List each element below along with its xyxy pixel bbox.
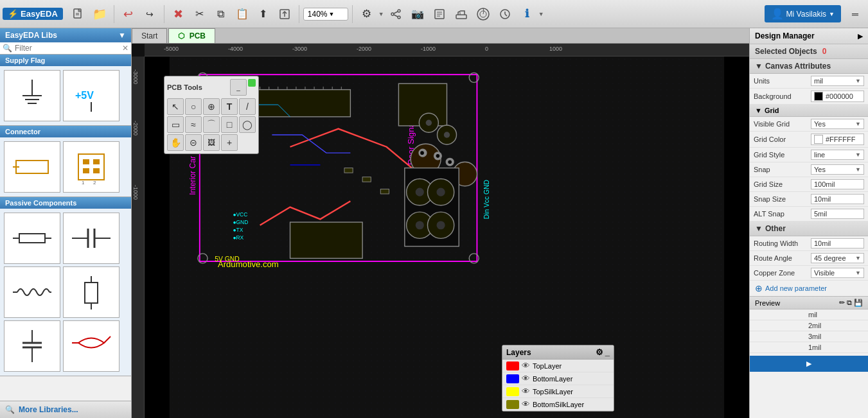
layers-settings-icon[interactable]: ⚙ (596, 347, 603, 357)
capacitor-component[interactable] (63, 213, 120, 264)
snap-size-value[interactable]: 10mil (811, 194, 864, 204)
bottom-layer-eye[interactable]: 👁 (522, 374, 530, 383)
snap-size-label: Snap Size (754, 195, 808, 203)
route-angle-value[interactable]: 45 degree ▼ (811, 253, 864, 263)
connector-section-header[interactable]: Connector (0, 126, 131, 137)
layer-bottom-silk[interactable]: 👁 BottomSilkLayer (502, 398, 614, 411)
copper-zone-value[interactable]: Visible ▼ (811, 268, 864, 278)
pcb-tools-close[interactable] (248, 79, 256, 87)
resistor-component[interactable] (4, 213, 60, 264)
ruler-mark-n4000: -4000 (228, 46, 243, 52)
preview-edit-icon[interactable]: ✏ (839, 299, 845, 307)
pcb-canvas[interactable]: Door Signal +12V Interior Car Lighting A… (145, 57, 749, 418)
top-layer-eye[interactable]: 👁 (522, 361, 530, 370)
new-file-button[interactable] (68, 4, 89, 24)
snap-value[interactable]: Yes ▼ (811, 164, 864, 175)
export-button[interactable] (274, 4, 295, 24)
window-controls[interactable]: ═ (845, 4, 865, 24)
import-button[interactable]: ⬆ (253, 4, 274, 24)
tool-arc[interactable]: ⌒ (203, 116, 220, 133)
grid-size-value[interactable]: 100mil (811, 179, 864, 189)
layer-top-silk[interactable]: 👁 TopSilkLayer (502, 385, 614, 398)
tool-rect[interactable]: □ (221, 116, 238, 133)
grid-style-value[interactable]: line ▼ (811, 150, 864, 160)
tool-line[interactable]: / (239, 98, 256, 115)
tab-pcb[interactable]: ⬡ PCB (168, 28, 215, 43)
alt-snap-value[interactable]: 5mil (811, 209, 864, 219)
other-section-header[interactable]: ▼ Other (750, 222, 868, 236)
tool-text[interactable]: T (221, 98, 238, 115)
top-silk-layer-eye[interactable]: 👁 (522, 387, 530, 396)
canvas-wrapper[interactable]: -5000 -4000 -3000 -2000 -1000 0 1000 -30… (132, 44, 749, 418)
tab-start[interactable]: Start (132, 28, 167, 43)
tool-crosshair[interactable]: ⊕ (203, 98, 220, 115)
paste-button[interactable]: 📋 (232, 4, 252, 24)
routing-width-value[interactable]: 10mil (811, 238, 864, 248)
bottom-silk-layer-eye[interactable]: 👁 (522, 399, 530, 409)
add-param-button[interactable]: ⊕ Add new parameter (750, 281, 868, 296)
inductor-component[interactable] (4, 266, 60, 318)
tool-circle[interactable]: ○ (185, 98, 202, 115)
routing-width-row: Routing Width 10mil (750, 236, 868, 251)
selected-objects-header[interactable]: Selected Objects 0 (750, 44, 868, 59)
preview-copy-icon[interactable]: ⧉ (847, 299, 852, 307)
open-file-button[interactable]: 📁 (89, 4, 110, 24)
clear-filter-icon[interactable]: ✕ (122, 44, 128, 53)
zoom-box[interactable]: 140% ▼ (303, 8, 348, 21)
more-libs-button[interactable]: 🔍 More Libraries... (0, 401, 131, 418)
tool-image[interactable]: 🖼 (203, 134, 220, 151)
apply-label: ▶ (806, 360, 811, 367)
grid-section-header[interactable]: ▼ Grid (750, 105, 868, 117)
passive-section-header[interactable]: Passive Components (0, 197, 131, 209)
redo-button[interactable]: ↪ (139, 4, 160, 24)
left-panel: EasyEDA Libs ▼ 🔍 ✕ Supply Flag +5V Conne… (0, 28, 132, 418)
settings-button[interactable]: ⚙ (357, 4, 377, 24)
tool-route[interactable]: ≈ (185, 116, 202, 133)
tool-add[interactable]: + (221, 134, 238, 151)
supply-flag-section-header[interactable]: Supply Flag (0, 55, 131, 66)
fabrication-button[interactable] (451, 4, 472, 24)
user-account[interactable]: 👤 Mi Vasilakis ▼ (765, 5, 841, 22)
app-logo[interactable]: ⚡ EasyEDA (3, 8, 63, 20)
steam-button[interactable] (473, 4, 493, 24)
capacitor2-component[interactable] (4, 320, 60, 372)
preview-save-icon[interactable]: 💾 (854, 299, 863, 307)
history-button[interactable] (495, 4, 515, 24)
copy-button[interactable]: ⧉ (211, 4, 231, 24)
undo-button[interactable]: ↩ (118, 4, 139, 24)
lib-menu-icon[interactable]: ▼ (118, 31, 126, 40)
share-button[interactable] (385, 4, 406, 24)
tool-measure[interactable]: ⊝ (185, 134, 202, 151)
cut-button[interactable]: ✂ (190, 4, 210, 24)
svg-text:+5V: +5V (75, 90, 94, 101)
screenshot-button[interactable]: 📷 (407, 4, 428, 24)
design-manager-arrow[interactable]: ▶ (858, 32, 863, 40)
canvas-attributes-header[interactable]: ▼ Canvas Attributes (750, 59, 868, 74)
gnd-component[interactable] (4, 70, 60, 121)
tool-select[interactable]: ↖ (167, 98, 184, 115)
visible-grid-value[interactable]: Yes ▼ (811, 119, 864, 129)
tool-pan[interactable]: ✋ (167, 134, 184, 151)
svg-rect-32 (83, 168, 89, 173)
resistor2-component[interactable] (63, 266, 120, 318)
svg-line-8 (394, 12, 398, 13)
background-value[interactable]: #000000 (811, 91, 864, 102)
units-value[interactable]: mil ▼ (811, 76, 864, 86)
layer-top[interactable]: 👁 TopLayer (502, 360, 614, 372)
grid-color-value[interactable]: #FFFFFF (811, 134, 864, 145)
layer-bottom[interactable]: 👁 BottomLayer (502, 372, 614, 385)
connector2-component[interactable]: 12 (63, 141, 120, 193)
plus5v-component[interactable]: +5V (63, 70, 120, 121)
crystal-component[interactable] (63, 320, 120, 372)
info-button[interactable]: ℹ (517, 4, 537, 24)
apply-button[interactable]: ▶ (750, 356, 868, 372)
layers-minimize-icon[interactable]: _ (605, 347, 610, 357)
tool-ellipse[interactable]: ◯ (239, 116, 256, 133)
canvas-attributes-label: Canvas Attributes (765, 62, 831, 71)
pcb-tools-minimize[interactable]: _ (230, 79, 247, 96)
delete-button[interactable]: ✖ (168, 4, 189, 24)
filter-input[interactable] (15, 44, 122, 53)
bom-button[interactable] (429, 4, 450, 24)
connector1-component[interactable] (4, 141, 60, 193)
tool-rect-border[interactable]: ▭ (167, 116, 184, 133)
